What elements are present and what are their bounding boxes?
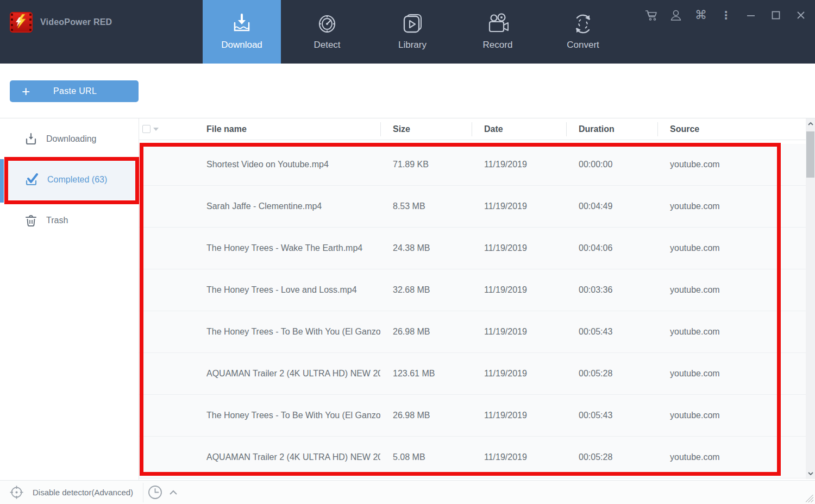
command-icon[interactable]: ⌘: [694, 9, 707, 22]
row-checkbox[interactable]: [142, 159, 143, 169]
paste-url-label: Paste URL: [30, 86, 120, 96]
tab-library-label: Library: [398, 40, 427, 51]
cell-filename: The Honey Trees - Love and Loss.mp4: [173, 285, 380, 295]
cell-filename: Shortest Video on Youtube.mp4: [173, 160, 380, 169]
scheduler-button[interactable]: [148, 485, 178, 500]
minimize-icon[interactable]: [744, 9, 757, 22]
table-row[interactable]: The Honey Trees - Love and Loss.mp4 32.6…: [139, 269, 806, 311]
column-separator: [566, 122, 567, 136]
cell-source: youtube.com: [657, 201, 806, 211]
cell-date: 11/19/2019: [472, 160, 566, 169]
table-row[interactable]: The Honey Trees - Wake The Earth.mp4 24.…: [139, 228, 806, 269]
row-checkbox[interactable]: [142, 452, 143, 462]
table-row[interactable]: AQUAMAN Trailer 2 (4K ULTRA HD) NEW 2018…: [139, 437, 806, 478]
status-bar: Disable detector(Advanced): [0, 480, 815, 504]
resize-grip-icon[interactable]: [806, 495, 813, 502]
table-row[interactable]: AQUAMAN Trailer 2 (4K ULTRA HD) NEW 2018…: [139, 353, 806, 395]
cell-date: 11/19/2019: [472, 411, 566, 420]
toolbar: + Paste URL: [0, 64, 815, 118]
cell-filename: The Honey Trees - To Be With You (El Gan…: [173, 327, 380, 337]
row-checkbox[interactable]: [142, 243, 143, 253]
column-header-source[interactable]: Source: [657, 124, 806, 134]
cell-source: youtube.com: [657, 327, 806, 337]
kebab-menu-icon[interactable]: ⋮: [719, 9, 732, 22]
title-bar: VideoPower RED Download: [0, 0, 815, 64]
row-checkbox[interactable]: [142, 326, 143, 337]
tab-convert-label: Convert: [567, 40, 599, 51]
sidebar-item-trash[interactable]: Trash: [0, 200, 139, 241]
tab-download[interactable]: Download: [203, 0, 281, 64]
cart-icon[interactable]: [644, 9, 657, 22]
vertical-scrollbar[interactable]: [806, 118, 815, 479]
sidebar-item-completed[interactable]: Completed (63): [0, 159, 139, 200]
cell-date: 11/19/2019: [472, 285, 566, 295]
cell-date: 11/19/2019: [472, 369, 566, 379]
library-icon: [401, 13, 424, 35]
detect-icon: [316, 13, 338, 35]
column-header-date[interactable]: Date: [472, 124, 566, 134]
row-checkbox[interactable]: [142, 410, 143, 420]
table-row[interactable]: Shortest Video on Youtube.mp4 71.89 KB 1…: [139, 144, 806, 186]
file-table: File name Size Date Duration Source Shor…: [139, 118, 806, 481]
app-brand: VideoPower RED: [10, 12, 112, 33]
cell-duration: 00:03:36: [566, 285, 657, 295]
scroll-down-icon[interactable]: [806, 468, 815, 479]
cell-size: 8.53 MB: [380, 201, 472, 211]
select-dropdown-icon[interactable]: [153, 128, 159, 131]
sidebar-item-label: Trash: [46, 216, 68, 225]
cell-size: 32.68 MB: [380, 285, 472, 295]
select-all-checkbox[interactable]: [142, 125, 151, 133]
cell-size: 24.38 MB: [380, 243, 472, 253]
cell-filename: AQUAMAN Trailer 2 (4K ULTRA HD) NEW 2018…: [173, 369, 380, 379]
cell-size: 71.89 KB: [380, 160, 472, 169]
cell-source: youtube.com: [657, 243, 806, 253]
tab-convert[interactable]: Convert: [544, 0, 622, 64]
downloading-icon: [24, 133, 37, 146]
account-icon[interactable]: [669, 9, 682, 22]
paste-url-button[interactable]: + Paste URL: [10, 80, 139, 102]
scrollbar-thumb[interactable]: [806, 131, 814, 178]
table-row[interactable]: Sarah Jaffe - Clementine.mp4 8.53 MB 11/…: [139, 186, 806, 228]
tab-detect-label: Detect: [314, 40, 340, 51]
clock-icon: [148, 485, 162, 500]
disable-detector-button[interactable]: Disable detector(Advanced): [9, 485, 133, 500]
tab-library[interactable]: Library: [373, 0, 452, 64]
sidebar-item-downloading[interactable]: Downloading: [0, 118, 139, 159]
film-holes-left: [11, 14, 13, 31]
tab-download-label: Download: [221, 40, 262, 51]
column-separator: [472, 122, 472, 136]
main-navigation: Download Detect: [203, 0, 629, 64]
disable-detector-label: Disable detector(Advanced): [33, 488, 133, 497]
scroll-up-icon[interactable]: [806, 118, 815, 129]
row-checkbox[interactable]: [142, 201, 143, 211]
tab-record[interactable]: Record: [459, 0, 537, 64]
cell-date: 11/19/2019: [472, 327, 566, 337]
cell-filename: The Honey Trees - Wake The Earth.mp4: [173, 243, 380, 253]
completed-icon: [24, 173, 39, 186]
cell-size: 123.61 MB: [380, 369, 472, 379]
sidebar-item-label: Downloading: [46, 134, 97, 144]
cell-size: 5.08 MB: [380, 452, 472, 462]
column-header-size[interactable]: Size: [380, 124, 472, 134]
row-checkbox[interactable]: [142, 368, 143, 379]
cell-source: youtube.com: [657, 411, 806, 420]
table-row[interactable]: The Honey Trees - To Be With You (El Gan…: [139, 311, 806, 353]
row-checkbox[interactable]: [142, 285, 143, 295]
app-window: VideoPower RED Download: [0, 0, 815, 504]
table-row[interactable]: The Honey Trees - To Be With You (El Gan…: [139, 395, 806, 437]
chevron-up-icon: [169, 490, 178, 495]
column-separator: [380, 122, 381, 136]
cell-filename: Sarah Jaffe - Clementine.mp4: [173, 201, 380, 211]
column-header-filename[interactable]: File name: [173, 124, 380, 134]
app-logo-icon: [10, 12, 33, 33]
selected-item-accent: [0, 159, 4, 203]
tab-detect[interactable]: Detect: [288, 0, 366, 64]
close-icon[interactable]: [794, 9, 807, 22]
cell-source: youtube.com: [657, 369, 806, 379]
titlebar-controls: ⌘ ⋮: [644, 9, 807, 22]
cell-duration: 00:00:00: [566, 160, 657, 169]
column-header-duration[interactable]: Duration: [566, 124, 657, 134]
lightning-bolt-icon: [15, 14, 27, 30]
detector-target-icon: [9, 485, 24, 500]
maximize-icon[interactable]: [769, 9, 782, 22]
